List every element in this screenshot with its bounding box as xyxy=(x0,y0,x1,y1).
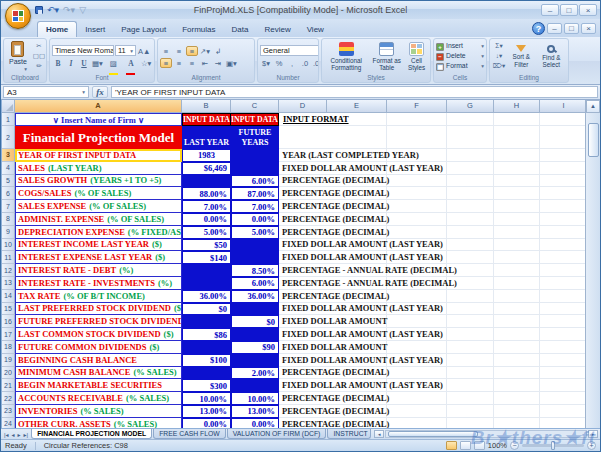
cell-empty[interactable] xyxy=(494,251,540,264)
cell-empty[interactable] xyxy=(540,379,588,392)
phonetic-icon[interactable]: ☆▾ xyxy=(140,58,152,68)
prev-sheet-icon[interactable]: ◂ xyxy=(12,431,15,438)
row-header-11[interactable]: 11 xyxy=(2,251,15,264)
next-sheet-icon[interactable]: ▸ xyxy=(18,431,21,438)
row-header-2[interactable]: 2 xyxy=(2,126,15,149)
cell-empty[interactable] xyxy=(387,187,447,200)
row-header-7[interactable]: 7 xyxy=(2,200,15,213)
cell-future-years-value[interactable]: 2.00% xyxy=(231,367,279,380)
cell-last-year-value[interactable]: 13.00% xyxy=(182,405,231,418)
cell-empty[interactable] xyxy=(387,418,447,428)
align-right-icon[interactable]: ≡ xyxy=(186,58,198,68)
cell-input-format[interactable]: FIXED DOLLAR AMOUNT (LAST YEAR) xyxy=(279,239,327,252)
comma-style-icon[interactable]: , xyxy=(286,58,298,68)
cell-input-format[interactable]: YEAR (LAST COMPLETED YEAR) xyxy=(279,149,327,162)
row-header-13[interactable]: 13 xyxy=(2,277,15,290)
cell-empty[interactable] xyxy=(540,277,588,290)
cell-empty[interactable] xyxy=(540,328,588,341)
cell-empty[interactable] xyxy=(494,187,540,200)
cell-label[interactable]: DEPRECIATION EXPENSE(% FIXED/ASSETS) xyxy=(15,226,182,239)
page-break-view-icon[interactable] xyxy=(474,441,485,450)
grow-font-icon[interactable]: A▲ xyxy=(137,46,151,56)
cell-input-format[interactable]: PERCENTAGE (DECIMAL) xyxy=(279,290,327,303)
cell-label[interactable]: INTEREST RATE - DEBT(%) xyxy=(15,264,182,277)
row-header-6[interactable]: 6 xyxy=(2,187,15,200)
cell-empty[interactable] xyxy=(447,213,494,226)
cell-empty[interactable] xyxy=(494,354,540,367)
cell-future-years-value[interactable]: 7.00% xyxy=(231,200,279,213)
column-header-h[interactable]: H xyxy=(494,100,540,113)
cell-empty[interactable] xyxy=(494,200,540,213)
cell-empty[interactable] xyxy=(387,226,447,239)
cell-empty[interactable] xyxy=(447,200,494,213)
cell-last-year-value[interactable]: $0 xyxy=(182,303,231,316)
cell-empty[interactable] xyxy=(540,149,588,162)
cell-future-years-value[interactable]: 0.00% xyxy=(231,213,279,226)
cell-empty[interactable] xyxy=(494,175,540,188)
cell-empty[interactable] xyxy=(494,367,540,380)
cell-empty[interactable] xyxy=(494,264,540,277)
cell-empty[interactable] xyxy=(387,175,447,188)
cell-empty[interactable] xyxy=(447,290,494,303)
cell-label[interactable]: OTHER CURR. ASSETS(% SALES) xyxy=(15,418,182,428)
cell-input-format[interactable]: PERCENTAGE (DECIMAL) xyxy=(279,226,327,239)
merge-center-icon[interactable]: ▣▾ xyxy=(225,58,238,68)
cell-last-year-value[interactable] xyxy=(182,367,231,380)
cut-icon[interactable]: ✂ xyxy=(32,42,46,51)
tab-formulas[interactable]: Formulas xyxy=(174,22,223,37)
align-top-icon[interactable]: ≡ xyxy=(160,46,172,56)
cell-input-format-header[interactable]: INPUT FORMAT xyxy=(279,113,327,126)
borders-icon[interactable]: ▦▾ xyxy=(91,58,103,68)
cell-last-year-value[interactable] xyxy=(182,315,231,328)
cell-input-format[interactable]: FIXED DOLLAR AMOUNT xyxy=(279,315,327,328)
sheet-tab-financial-projection-model[interactable]: FINANCIAL PROJECTION MODEL xyxy=(31,429,152,439)
workbook-restore-button[interactable]: □ xyxy=(564,23,579,34)
scroll-right-icon[interactable]: ▸ xyxy=(588,430,598,438)
decrease-indent-icon[interactable]: ⇤ xyxy=(199,58,211,68)
cell-input-format[interactable]: FIXED DOLLAR AMOUNT (LAST YEAR) xyxy=(279,251,327,264)
cell-empty[interactable] xyxy=(540,290,588,303)
cell-label[interactable]: ADMINIST. EXPENSE(% OF SALES) xyxy=(15,213,182,226)
cell-empty[interactable] xyxy=(540,226,588,239)
cell-last-year-value[interactable]: 10.00% xyxy=(182,392,231,405)
column-header-d[interactable]: D xyxy=(279,100,327,113)
cell-future-years-value[interactable] xyxy=(231,251,279,264)
accounting-format-icon[interactable]: $▾ xyxy=(260,58,272,68)
cell-empty[interactable] xyxy=(447,328,494,341)
cell-future-years-value[interactable]: 13.00% xyxy=(231,405,279,418)
cell-label[interactable]: FUTURE COMMON DIVIDENDS($) xyxy=(15,341,182,354)
fill-color-icon[interactable]: ▨ xyxy=(104,58,122,68)
cell-empty[interactable] xyxy=(494,392,540,405)
cell-empty[interactable] xyxy=(447,341,494,354)
cell-last-year-value[interactable] xyxy=(182,277,231,290)
cell-input-format[interactable]: FIXED DOLLAR AMOUNT xyxy=(279,341,327,354)
cell-future-years-value[interactable]: $90 xyxy=(231,341,279,354)
cell-empty[interactable] xyxy=(494,162,540,175)
zoom-level[interactable]: 100% xyxy=(488,441,507,450)
cell-empty[interactable] xyxy=(494,303,540,316)
cell-input-format[interactable]: PERCENTAGE (DECIMAL) xyxy=(279,418,327,428)
first-sheet-icon[interactable]: |◂ xyxy=(4,431,9,438)
row-header-14[interactable]: 14 xyxy=(2,290,15,303)
zoom-out-icon[interactable]: − xyxy=(510,441,519,450)
insert-function-icon[interactable]: fx xyxy=(92,86,108,98)
decrease-decimal-icon[interactable]: .00 xyxy=(312,58,319,68)
row-header-10[interactable]: 10 xyxy=(2,239,15,252)
cell-future-years-value[interactable] xyxy=(231,239,279,252)
column-header-a[interactable]: A xyxy=(15,100,182,113)
align-center-icon[interactable]: ≡ xyxy=(173,58,185,68)
align-middle-icon[interactable]: ≡ xyxy=(173,46,185,56)
column-header-g[interactable]: G xyxy=(447,100,494,113)
cell-empty[interactable] xyxy=(494,213,540,226)
cell-last-year-value[interactable]: 36.00% xyxy=(182,290,231,303)
cell-empty[interactable] xyxy=(447,113,494,126)
cell-empty[interactable] xyxy=(494,315,540,328)
cell-label[interactable]: INVENTORIES(% SALES) xyxy=(15,405,182,418)
cell-future-years-value[interactable] xyxy=(231,149,279,162)
underline-button[interactable]: U xyxy=(78,58,90,68)
cell-last-year-value[interactable]: 0.00% xyxy=(182,418,231,428)
cell-empty[interactable] xyxy=(494,113,540,126)
customize-qat-icon[interactable]: ▽ xyxy=(79,5,86,15)
cell-future-years-value[interactable]: 6.00% xyxy=(231,277,279,290)
cell-empty[interactable] xyxy=(494,341,540,354)
